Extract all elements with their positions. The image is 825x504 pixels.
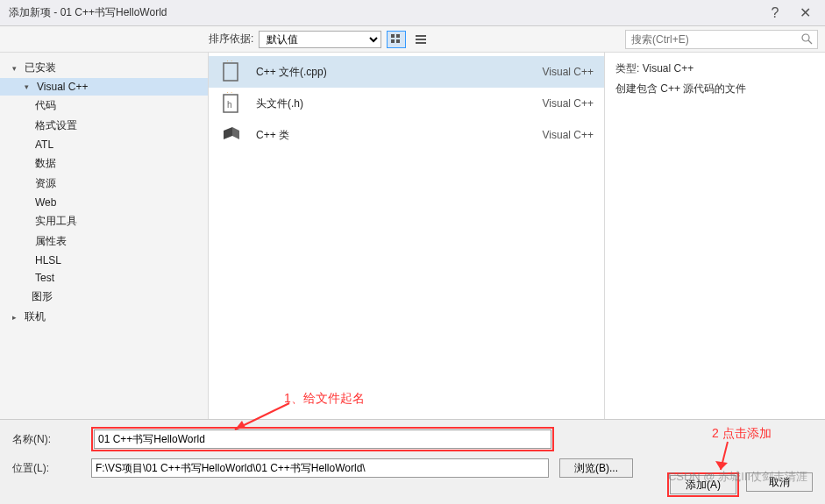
location-label: 位置(L): <box>12 461 91 476</box>
help-button[interactable]: ? <box>760 3 790 24</box>
sidebar-item-util[interactable]: 实用工具 <box>0 211 208 231</box>
sidebar-item-prop[interactable]: 属性表 <box>0 231 208 252</box>
name-input[interactable] <box>94 429 551 449</box>
titlebar: 添加新项 - 01 C++书写HelloWorld ? ✕ <box>0 0 825 26</box>
toolbar: 排序依据: 默认值 <box>0 26 825 53</box>
template-cpp-class[interactable]: C++ 类 Visual C++ <box>209 119 604 151</box>
location-input[interactable] <box>91 458 549 478</box>
svg-rect-6 <box>416 42 426 44</box>
template-cpp-file[interactable]: ++ C++ 文件(.cpp) Visual C++ <box>209 56 604 88</box>
sidebar-installed[interactable]: ▾ 已安装 <box>0 58 208 78</box>
sidebar-graphics[interactable]: 图形 <box>0 287 208 307</box>
sidebar-item-data[interactable]: 数据 <box>0 153 208 174</box>
sort-label: 排序依据: <box>209 32 253 46</box>
svg-rect-5 <box>416 39 426 40</box>
view-grid-button[interactable] <box>387 31 406 48</box>
sidebar-item-hlsl[interactable]: HLSL <box>0 252 208 269</box>
sidebar-item-atl[interactable]: ATL <box>0 136 208 153</box>
bottom-panel: 名称(N): 位置(L): 浏览(B)... 添加(A) 取消 <box>0 419 825 504</box>
search-icon <box>798 33 815 45</box>
template-header-file[interactable]: h++ 头文件(.h) Visual C++ <box>209 88 604 119</box>
svg-rect-0 <box>391 34 395 38</box>
window-title: 添加新项 - 01 C++书写HelloWorld <box>9 5 760 20</box>
add-button[interactable]: 添加(A) <box>670 475 736 494</box>
cpp-file-icon: ++ <box>219 60 244 84</box>
info-panel: 类型: Visual C++ 创建包含 C++ 源代码的文件 <box>604 53 825 419</box>
svg-marker-15 <box>232 127 239 139</box>
sidebar-item-web[interactable]: Web <box>0 194 208 211</box>
sidebar-item-format[interactable]: 格式设置 <box>0 116 208 136</box>
name-highlight <box>91 427 554 451</box>
svg-line-8 <box>808 40 812 44</box>
svg-rect-3 <box>396 39 400 43</box>
name-label: 名称(N): <box>12 432 91 447</box>
add-highlight: 添加(A) <box>667 472 739 497</box>
view-list-button[interactable] <box>411 31 430 48</box>
chevron-down-icon: ▾ <box>12 64 21 73</box>
header-file-icon: h++ <box>219 91 244 116</box>
main-area: ▾ 已安装 ▾ Visual C++ 代码 格式设置 ATL 数据 资源 Web… <box>0 53 825 419</box>
svg-point-7 <box>802 34 809 41</box>
browse-button[interactable]: 浏览(B)... <box>559 458 633 478</box>
sidebar-item-resource[interactable]: 资源 <box>0 174 208 194</box>
svg-marker-14 <box>224 127 232 139</box>
svg-rect-1 <box>396 34 400 38</box>
template-list: ++ C++ 文件(.cpp) Visual C++ h++ 头文件(.h) V… <box>209 53 604 419</box>
svg-rect-4 <box>416 35 426 37</box>
search-box[interactable] <box>625 30 818 49</box>
close-button[interactable]: ✕ <box>790 3 820 24</box>
sidebar-online[interactable]: ▸ 联机 <box>0 307 208 327</box>
sort-select[interactable]: 默认值 <box>259 31 381 48</box>
info-description: 创建包含 C++ 源代码的文件 <box>615 82 814 96</box>
sidebar: ▾ 已安装 ▾ Visual C++ 代码 格式设置 ATL 数据 资源 Web… <box>0 53 209 419</box>
chevron-right-icon: ▸ <box>12 313 21 322</box>
grid-icon <box>391 34 402 45</box>
svg-text:++: ++ <box>225 92 234 96</box>
sidebar-item-code[interactable]: 代码 <box>0 96 208 116</box>
svg-text:++: ++ <box>225 60 234 64</box>
sidebar-item-test[interactable]: Test <box>0 269 208 287</box>
cancel-button[interactable]: 取消 <box>746 472 813 492</box>
info-type: 类型: Visual C++ <box>615 61 814 76</box>
svg-rect-9 <box>224 63 238 81</box>
sidebar-visual-cpp[interactable]: ▾ Visual C++ <box>0 78 208 96</box>
svg-rect-2 <box>391 39 395 43</box>
list-icon <box>416 34 426 45</box>
cpp-class-icon <box>219 123 244 147</box>
search-input[interactable] <box>631 33 798 46</box>
chevron-down-icon: ▾ <box>25 82 33 91</box>
svg-text:h: h <box>227 100 232 110</box>
